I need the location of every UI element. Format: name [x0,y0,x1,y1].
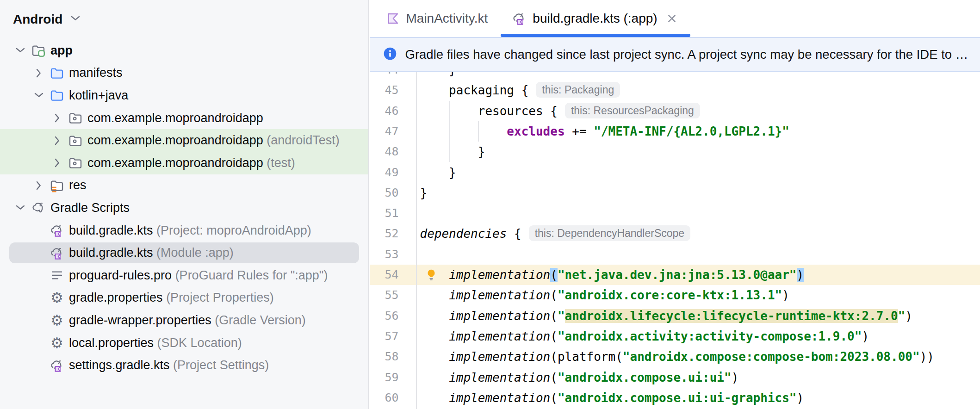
tree-item-label: gradle.properties [69,291,163,305]
package-icon [68,155,83,170]
tree-row[interactable]: kotlin+java [0,84,368,107]
line-number: 46 [370,101,399,121]
chevron-right-icon[interactable] [50,155,65,170]
gradle-script-icon [50,223,64,238]
code-line[interactable]: 56 implementation("androidx.lifecycle:li… [370,306,980,326]
editor-pane: 44 }45 packaging {this: Packaging46 reso… [370,0,980,409]
code-text: } [420,162,456,183]
line-number: 47 [370,121,399,142]
gradle-script-icon [50,358,64,373]
tree-item-description: (ProGuard Rules for ":app") [172,268,328,283]
tree-item-description: (Project Settings) [170,358,269,372]
close-tab-button[interactable] [664,11,679,26]
line-number: 45 [370,80,399,100]
tree-item-label: res [69,178,87,192]
code-line[interactable]: 57 implementation("androidx.activity:act… [370,326,980,347]
gutter-separator [416,72,417,409]
code-line[interactable]: 52dependencies {this: DependencyHandlerS… [370,223,980,244]
tree-item-description: (SDK Location) [154,336,242,350]
code-text: implementation("androidx.lifecycle:lifec… [420,306,912,326]
tree-item-label: com.example.moproandroidapp [87,156,263,170]
chevron-down-icon[interactable] [31,88,46,103]
line-number: 50 [370,183,399,203]
line-number: 53 [370,244,399,265]
close-icon [664,11,679,26]
line-number: 58 [370,347,399,367]
editor-tab[interactable]: build.gradle.kts (:app) [500,0,691,37]
package-icon [68,133,83,148]
gradle-script-icon [50,246,64,260]
tree-item-description: (Gradle Version) [211,313,306,328]
code-text: } [420,183,428,203]
tree-row[interactable]: Gradle Scripts [0,197,368,219]
tree-row[interactable]: settings.gradle.kts (Project Settings) [0,354,368,377]
tree-row[interactable]: proguard-rules.pro (ProGuard Rules for "… [0,264,368,287]
info-icon [383,46,397,61]
line-number: 48 [370,142,399,162]
tree-item-label: gradle-wrapper.properties [69,313,211,328]
code-text: resources {this: ResourcesPackaging [420,101,700,121]
gear-icon: ⚙ [50,313,63,328]
code-line[interactable]: 47 excludes += "/META-INF/{AL2.0,LGPL2.1… [370,121,980,142]
tree-row[interactable]: com.example.moproandroidapp (test) [0,152,368,174]
tree-item-label: settings.gradle.kts [69,358,170,372]
chevron-right-icon[interactable] [31,66,46,81]
tree-row[interactable]: ⚙gradle.properties (Project Properties) [0,287,368,310]
tab-label: build.gradle.kts (:app) [533,11,657,26]
package-icon [68,111,83,125]
code-line[interactable]: 51 [370,203,980,223]
info-icon [383,46,397,63]
tree-item-description: (androidTest) [263,133,340,148]
folder-icon [50,88,64,103]
tree-item-label: app [50,43,73,58]
code-line[interactable]: 53 [370,244,980,265]
tree-item-label: local.properties [69,336,154,350]
tree-item-description: (Project: moproAndroidApp) [153,223,311,238]
inlay-hint: this: DependencyHandlerScope [529,225,690,241]
project-tree: appmanifestskotlin+javacom.example.mopro… [0,39,368,377]
gradle-sync-notification-banner: Gradle files have changed since last pro… [370,37,980,72]
resources-folder-icon [50,178,64,193]
chevron-down-icon[interactable] [68,11,83,28]
code-text: dependencies {this: DependencyHandlerSco… [420,223,691,244]
tree-row[interactable]: com.example.moproandroidapp [0,107,368,130]
tree-row[interactable]: build.gradle.kts (Module :app) [0,242,368,264]
tree-item-label: kotlin+java [69,88,128,103]
tree-item-label: proguard-rules.pro [69,268,172,283]
text-file-icon [50,268,64,283]
code-line[interactable]: 48 } [370,142,980,162]
chevron-right-icon[interactable] [50,133,65,148]
code-line[interactable]: 45 packaging {this: Packaging [370,80,980,100]
chevron-right-icon[interactable] [31,178,46,193]
code-line[interactable]: 55 implementation("androidx.core:core-kt… [370,285,980,305]
android-module-folder-icon [31,43,46,58]
code-line-caret[interactable]: 54 implementation("net.java.dev.jna:jna:… [370,265,980,285]
chevron-down-icon[interactable] [13,200,28,215]
code-line[interactable]: 60 implementation("androidx.compose.ui:u… [370,388,980,408]
editor-tab[interactable]: MainActivity.kt [373,0,500,37]
tree-row[interactable]: res [0,174,368,197]
chevron-right-icon[interactable] [50,111,65,125]
code-line[interactable]: 50} [370,183,980,203]
code-line[interactable]: 59 implementation("androidx.compose.ui:u… [370,367,980,388]
code-line[interactable]: 49 } [370,162,980,183]
line-number: 57 [370,326,399,347]
code-text: implementation("androidx.activity:activi… [420,326,869,347]
tree-row[interactable]: app [0,39,368,62]
kotlin-file-icon [385,11,400,26]
tree-row[interactable]: build.gradle.kts (Project: moproAndroidA… [0,219,368,242]
tree-row[interactable]: com.example.moproandroidapp (androidTest… [0,129,368,152]
tree-row[interactable]: manifests [0,62,368,85]
gradle-icon [31,200,46,215]
inlay-hint: this: Packaging [536,82,620,98]
chevron-down-icon[interactable] [68,11,83,26]
code-line[interactable]: 46 resources {this: ResourcesPackaging [370,101,980,121]
code-text: implementation("net.java.dev.jna:jna:5.1… [420,265,804,285]
active-tab-indicator [501,34,690,37]
inlay-hint: this: ResourcesPackaging [565,103,700,118]
code-line[interactable]: 58 implementation(platform("androidx.com… [370,347,980,367]
tree-row[interactable]: ⚙gradle-wrapper.properties (Gradle Versi… [0,309,368,332]
tree-row[interactable]: ⚙local.properties (SDK Location) [0,332,368,354]
chevron-down-icon[interactable] [13,43,28,58]
project-view-selector[interactable]: Android [13,12,62,27]
